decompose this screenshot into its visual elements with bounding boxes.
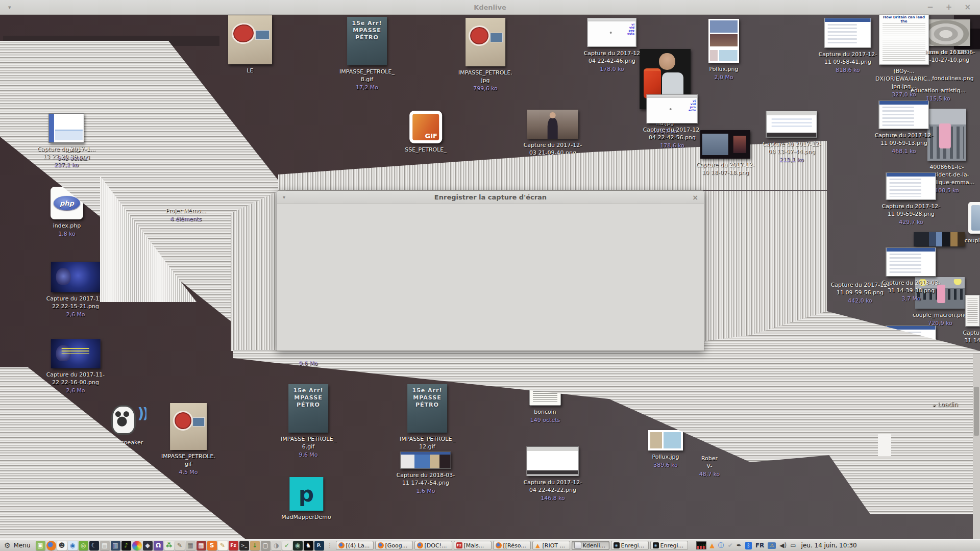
- taskbar-window-button[interactable]: Fz[Mais...: [454, 541, 492, 550]
- tray-system-monitor-icon[interactable]: [696, 541, 706, 549]
- launcher-show-desktop-icon[interactable]: ▣: [36, 541, 45, 550]
- menu-button[interactable]: ⚙ Menu: [4, 541, 31, 549]
- launcher-pen-icon[interactable]: ✎: [175, 541, 185, 550]
- desktop-icon[interactable]: 9,6 Mo: [299, 359, 317, 367]
- tray-check-icon[interactable]: ✔: [728, 542, 733, 549]
- dialog-titlebar[interactable]: ▾ Enregistrer la capture d'écran ×: [277, 191, 704, 204]
- desktop-icon[interactable]: le_macron__.: [921, 355, 972, 397]
- desktop-icon[interactable]: GIFSSE_PETROLE_: [405, 111, 447, 154]
- desktop-icon[interactable]: luma de 16 GB: [925, 48, 967, 56]
- desktop-icon[interactable]: [968, 202, 980, 236]
- desktop-icon[interactable]: éducation-artistiq...115,5 ko: [911, 87, 966, 103]
- scrollbar-thumb[interactable]: [974, 387, 979, 436]
- tray-keyboard-layout-icon[interactable]: FR: [755, 542, 764, 549]
- taskbar-window-button[interactable]: Kdenli...: [572, 541, 609, 550]
- maximize-button[interactable]: +: [946, 0, 952, 14]
- desktop-icon[interactable]: IMPASSE_PETROLE.jpg799,6 ko: [458, 18, 512, 92]
- taskbar-window-button[interactable]: [(4) La...: [336, 541, 374, 550]
- desktop-icon[interactable]: RoberV-48,7 ko: [699, 455, 720, 478]
- desktop-icon[interactable]: Capture du 2017-12-04 22-42-22.png146,8 …: [524, 446, 582, 502]
- launcher-sublime-icon[interactable]: S: [207, 541, 217, 550]
- desktop-icon[interactable]: Pollux.jpg389,6 ko: [648, 430, 683, 469]
- desktop-icon[interactable]: Capture du 2017-12-10 18-07-18.png: [696, 130, 755, 177]
- desktop-icon[interactable]: ))Gespeaker: [110, 404, 146, 446]
- taskbar-window-button[interactable]: ◉Enregi...: [650, 541, 688, 550]
- launcher-lens-icon[interactable]: ◉: [293, 541, 303, 550]
- desktop-icon[interactable]: vividproectsCapture du 2017-1204 22-42-4…: [584, 18, 641, 73]
- desktop-icon[interactable]: boncoin149 octets: [529, 384, 561, 424]
- launcher-sphere-icon[interactable]: ◑: [272, 541, 281, 550]
- launcher-spiral-icon[interactable]: ◎: [79, 541, 88, 550]
- taskbar-window-button[interactable]: ▲[RIOT ...: [532, 541, 570, 550]
- panel-handle[interactable]: ⋮: [327, 542, 333, 549]
- desktop-icon[interactable]: How Britain can lead the(BOy-...DX(ORIEW…: [875, 13, 933, 98]
- launcher-headphones-icon[interactable]: Ω: [154, 541, 163, 550]
- launcher-grapes-icon[interactable]: ⁂: [164, 541, 174, 550]
- desktop-icon[interactable]: Projet Mémo...4 éléments: [165, 207, 206, 223]
- desktop-icon[interactable]: 15e Arr!MPASSEPÉTROIMPASSE_PETROLE_12.gi…: [400, 384, 455, 459]
- desktop-icon[interactable]: Capture du 2017-1...13 22-20-39.png237,1…: [37, 113, 95, 169]
- dialog-close-button[interactable]: ×: [692, 193, 698, 202]
- launcher-filezilla-icon[interactable]: Fz: [229, 541, 238, 550]
- tray-volume-icon[interactable]: ◀): [779, 542, 787, 549]
- desktop-icon[interactable]: Capture du 2017-12-08 13-07-44.png213,1 …: [763, 111, 821, 164]
- launcher-eye-icon[interactable]: ◉: [68, 541, 78, 550]
- desktop-icon[interactable]: vividproectsCapture du 2017-12-04 22-42-…: [643, 94, 702, 149]
- launcher-screen-icon[interactable]: ▢: [261, 541, 271, 550]
- tray-brush-icon[interactable]: ✒: [737, 542, 742, 549]
- launcher-drive-icon[interactable]: ▤: [100, 541, 110, 550]
- icon-label: Capture du 2017-1...13 22-20-39.png: [37, 145, 95, 161]
- tray-bluetooth-icon[interactable]: ᛒ: [745, 542, 752, 549]
- desktop-icon[interactable]: Capture du 2017-12-11 09-59-56.png442,0 …: [831, 281, 890, 305]
- launcher-clock-check-icon[interactable]: ✓: [282, 541, 292, 550]
- launcher-notes-icon[interactable]: ✎: [218, 541, 228, 550]
- taskbar-window-button[interactable]: [Goog...: [375, 541, 413, 550]
- desktop-icon[interactable]: LE: [228, 15, 272, 74]
- desktop-icon[interactable]: Capture du 2017-12-11 09-59-28.png429,7 …: [882, 172, 941, 226]
- desktop-icon[interactable]: [914, 232, 965, 249]
- tray-display-warning-icon[interactable]: ⚠: [768, 542, 776, 549]
- taskbar-window-button[interactable]: [[Réso...: [493, 541, 531, 550]
- dialog-shade-icon[interactable]: ▾: [283, 194, 285, 200]
- desktop-icon[interactable]: Capture du 2018-03-11 17-47-54.png1,6 Mo: [397, 452, 455, 495]
- launcher-projector-icon[interactable]: P.: [314, 541, 324, 550]
- minimize-button[interactable]: −: [927, 0, 934, 14]
- close-button[interactable]: ×: [964, 0, 971, 14]
- launcher-horse-icon[interactable]: ♞: [304, 541, 313, 550]
- window-shade-icon[interactable]: ▾: [8, 4, 11, 11]
- launcher-photos-icon[interactable]: [132, 541, 142, 550]
- launcher-calculator-icon[interactable]: ▦: [197, 541, 206, 550]
- launcher-night-sky-icon[interactable]: ☾: [89, 541, 99, 550]
- desktop-icon[interactable]: MadMapperDemo: [281, 477, 331, 521]
- launcher-package-icon[interactable]: ↓: [250, 541, 260, 550]
- taskbar-window-button[interactable]: ◉Enregi...: [611, 541, 649, 550]
- desktop-icon[interactable]: Capture du 2017-12-11 09-59-13.png468,1 …: [875, 101, 934, 155]
- desktop-icon[interactable]: fondulines.png: [932, 74, 974, 82]
- taskbar-window-button[interactable]: [DOC!...: [414, 541, 452, 550]
- launcher-film-icon[interactable]: ▥: [111, 541, 120, 550]
- launcher-keypad-icon[interactable]: ▦: [186, 541, 195, 550]
- desktop-icon[interactable]: 15e Arr!MPASSEPÉTROIMPASSE_PETROLE_6.gif…: [281, 384, 336, 459]
- desktop-icon[interactable]: phpindex.php1,8 ko: [51, 187, 83, 238]
- launcher-unity-icon[interactable]: ◆: [143, 541, 153, 550]
- clock[interactable]: jeu. 14 juin, 10:30: [801, 542, 857, 549]
- desktop-icon[interactable]: Databit.me 2016_18-04-2016_region_aout_d…: [39, 417, 95, 485]
- desktop-icon[interactable]: Capture du 2017-12-03 21-09-40.png: [524, 110, 582, 157]
- tray-shield-icon[interactable]: ⓘ: [718, 541, 724, 550]
- launcher-music-icon[interactable]: ♪: [121, 541, 131, 550]
- launcher-gespeaker-icon[interactable]: ☻: [57, 541, 67, 550]
- launcher-terminal-icon[interactable]: >_: [239, 541, 249, 550]
- launcher-firefox-icon[interactable]: [46, 541, 56, 550]
- desktop-icon[interactable]: couple: [965, 237, 980, 244]
- desktop-icon[interactable]: 15e Arr!MPASSEPÉTROIMPASSE_PETROLE_8.gif…: [339, 17, 395, 91]
- desktop-icon[interactable]: Capture du 2017-11-22 22-16-00.png2,6 Mo: [46, 339, 105, 394]
- tray-vlc-icon[interactable]: ▲: [710, 542, 715, 549]
- desktop-icon[interactable]: Capture du 2017-12-11 09-58-41.png818,6 …: [819, 18, 877, 74]
- scrollbar[interactable]: [973, 354, 980, 539]
- desktop-icon[interactable]: Pollux.png2,0 Mo: [708, 19, 739, 81]
- desktop-icon[interactable]: Captur31 14: [963, 295, 980, 344]
- desktop-icon[interactable]: Capture du 2018-03-31 14-39-38.png3,7 Mo: [882, 247, 941, 303]
- desktop-icon[interactable]: Capture du 2017-11-22 22-15-21.png2,6 Mo: [46, 262, 105, 318]
- tray-screen-icon[interactable]: ▭: [790, 542, 796, 549]
- desktop-icon[interactable]: IMPASSE_PETROLE.gif4,5 Mo: [161, 403, 215, 476]
